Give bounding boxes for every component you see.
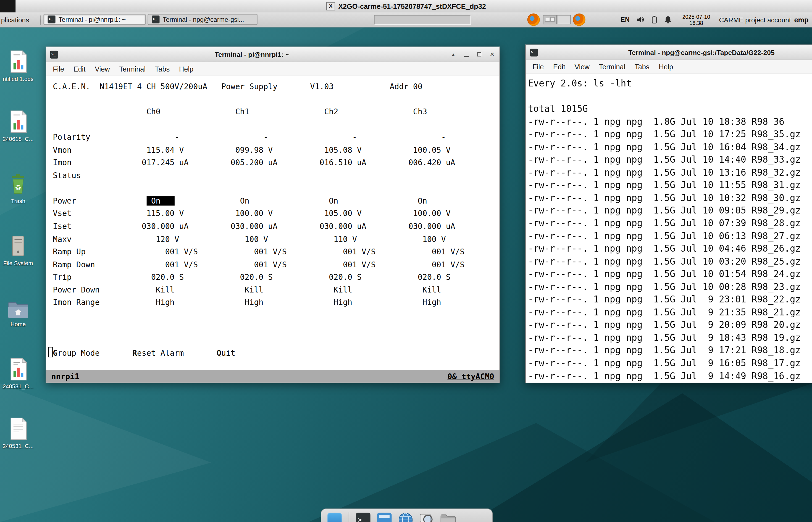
- trash-icon: ♻: [0, 171, 36, 196]
- applications-menu-button[interactable]: plications: [1, 13, 29, 27]
- dock-icon-desktop[interactable]: [326, 512, 343, 522]
- dock-icon-file-manager[interactable]: [440, 512, 456, 522]
- desktop-icon-240618[interactable]: 240618_C...: [0, 109, 36, 142]
- menu-tabs[interactable]: Tabs: [150, 65, 174, 73]
- window-buttons: ▲ ×: [450, 51, 495, 58]
- menu-file[interactable]: File: [48, 65, 69, 73]
- menu-view[interactable]: View: [570, 63, 594, 71]
- dock-icon-web-browser[interactable]: [397, 512, 414, 522]
- file-listing-line: -rw-r--r--. 1 npg npg 1.8G Jul 10 18:38 …: [528, 115, 812, 128]
- left-window-title: Terminal - pi@nnrpi1: ~: [58, 51, 446, 58]
- taskbar-button-label: Terminal - npg@carme-gsi...: [163, 16, 244, 23]
- battery-icon[interactable]: [651, 16, 657, 26]
- file-listing-line: -rw-r--r--. 1 npg npg 1.5G Jul 10 16:04 …: [528, 141, 812, 154]
- dock-icon-application-finder[interactable]: [419, 512, 435, 522]
- terminal-line: Ch0 Ch1 Ch2 Ch3: [48, 106, 499, 119]
- dock-icon-window-manager[interactable]: [376, 512, 393, 522]
- terminal-line: [48, 309, 499, 322]
- desktop-icon-240531-b[interactable]: 240531_C...: [0, 416, 36, 449]
- watch-terminal-screen[interactable]: Every 2.0s: ls -lht total 1015G -rw-r--r…: [526, 74, 812, 383]
- workspace-pane-1[interactable]: [543, 15, 557, 24]
- right-window-titlebar[interactable]: >_ Terminal - npg@carme-gsi:/TapeData/G2…: [526, 45, 812, 60]
- desktop-icon-label: Home: [0, 321, 36, 327]
- maximize-button[interactable]: [476, 51, 482, 58]
- desktop-icon-untitled-ods[interactable]: ntitled 1.ods: [0, 48, 36, 82]
- terminal-line: C.A.E.N. N1419ET 4 CH 500V/200uA Power S…: [48, 80, 499, 93]
- file-listing-line: -rw-r--r--. 1 npg npg 1.5G Jul 10 09:05 …: [528, 204, 812, 217]
- shade-button[interactable]: ▲: [450, 51, 456, 58]
- hotkey-reset-alarm[interactable]: R: [132, 349, 137, 358]
- menu-edit[interactable]: Edit: [549, 63, 570, 71]
- file-listing: -rw-r--r--. 1 npg npg 1.8G Jul 10 18:38 …: [528, 115, 812, 382]
- psu-terminal-screen[interactable]: C.A.E.N. N1419ET 4 CH 500V/200uA Power S…: [46, 76, 499, 370]
- applications-menu-label: plications: [1, 16, 29, 23]
- desktop-icon-home[interactable]: Home: [0, 294, 36, 327]
- menu-terminal[interactable]: Terminal: [114, 65, 150, 73]
- terminal-line: Vmon 115.04 V 099.98 V 105.08 V 100.05 V: [48, 144, 499, 157]
- home-folder-icon: [0, 294, 36, 319]
- hotkey-group-mode[interactable]: G: [53, 349, 57, 358]
- taskbar-button-label: Terminal - pi@nnrpi1: ~: [59, 16, 126, 23]
- file-listing-line: -rw-r--r--. 1 npg npg 1.5G Jul 9 21:35 R…: [528, 306, 812, 319]
- menu-file[interactable]: File: [528, 63, 549, 71]
- file-listing-line: -rw-r--r--. 1 npg npg 1.5G Jul 10 17:25 …: [528, 128, 812, 141]
- menu-help[interactable]: Help: [654, 63, 678, 71]
- taskbar-button-terminal-pi[interactable]: >_ Terminal - pi@nnrpi1: ~: [44, 14, 145, 25]
- clock-date: 2025-07-10: [678, 14, 715, 20]
- firefox-icon[interactable]: [573, 14, 586, 26]
- file-listing-line: -rw-r--r--. 1 npg npg 1.5G Jul 10 13:16 …: [528, 166, 812, 179]
- desktop-icon-label: 240531_C...: [0, 383, 36, 390]
- psu-power-line: Power On On On On: [48, 195, 499, 207]
- terminal-icon: >_: [530, 48, 538, 56]
- terminal-line: [48, 93, 499, 106]
- drive-icon: [0, 233, 36, 258]
- menu-edit[interactable]: Edit: [69, 65, 90, 73]
- terminal-line: Iset 030.000 uA 030.000 uA 030.000 uA 03…: [48, 220, 499, 233]
- power-on-highlight: On: [146, 196, 175, 205]
- file-listing-line: -rw-r--r--. 1 npg npg 1.5G Jul 9 14:49 R…: [528, 369, 812, 382]
- desktop-icon-label: File System: [0, 260, 36, 266]
- keyboard-layout-indicator[interactable]: EN: [620, 13, 630, 27]
- hotkey-quit[interactable]: Q: [217, 349, 221, 358]
- psu-status-bar: nnrpi1 0& ttyACM0: [46, 370, 499, 383]
- notifications-bell-icon[interactable]: [664, 16, 672, 26]
- taskbar-button-terminal-npg[interactable]: >_ Terminal - npg@carme-gsi...: [147, 14, 257, 25]
- file-listing-line: -rw-r--r--. 1 npg npg 1.5G Jul 9 20:09 R…: [528, 319, 812, 332]
- taskbar-separator: [40, 15, 41, 25]
- file-listing-line: -rw-r--r--. 1 npg npg 1.5G Jul 10 11:55 …: [528, 179, 812, 192]
- menu-tabs[interactable]: Tabs: [630, 63, 654, 71]
- dock-separator: [349, 512, 349, 522]
- terminal-icon: >_: [50, 51, 58, 58]
- terminal-line: Ramp Down 001 V/S 001 V/S 001 V/S 001 V/…: [48, 258, 499, 271]
- firefox-icon[interactable]: [528, 14, 540, 26]
- close-button[interactable]: ×: [489, 51, 495, 58]
- file-listing-line: -rw-r--r--. 1 npg npg 1.5G Jul 10 10:32 …: [528, 192, 812, 204]
- x2go-window-titlebar[interactable]: X X2GO-carme-51-1752078747_stDXFCE_dp32: [0, 0, 812, 13]
- right-window-title: Terminal - npg@carme-gsi:/TapeData/G22-2…: [538, 48, 812, 56]
- left-window-titlebar[interactable]: >_ Terminal - pi@nnrpi1: ~ ▲ ×: [46, 47, 499, 62]
- edge-partial-text: emp: [794, 13, 808, 27]
- taskbar-empty-tray-area: [374, 15, 471, 25]
- minimize-button[interactable]: [463, 51, 470, 58]
- desktop-icon-240531-a[interactable]: 240531_C...: [0, 356, 36, 389]
- total-line: total 1015G: [528, 102, 812, 115]
- watch-header-line: Every 2.0s: ls -lht: [528, 77, 812, 90]
- terminal-line: Vset 115.00 V 100.00 V 105.00 V 100.00 V: [48, 207, 499, 220]
- file-listing-line: -rw-r--r--. 1 npg npg 1.5G Jul 10 04:46 …: [528, 242, 812, 255]
- dock-icon-terminal[interactable]: >_: [355, 512, 371, 522]
- menu-view[interactable]: View: [90, 65, 114, 73]
- workspace-pane-2[interactable]: [557, 15, 571, 24]
- account-label: CARME project account: [719, 13, 791, 27]
- menu-help[interactable]: Help: [174, 65, 198, 73]
- clock-time: 18:38: [678, 20, 715, 26]
- volume-icon[interactable]: [636, 16, 645, 26]
- panel-clock[interactable]: 2025-07-10 18:38: [678, 14, 715, 26]
- desktop-icon-trash[interactable]: ♻ Trash: [0, 171, 36, 204]
- file-listing-line: -rw-r--r--. 1 npg npg 1.5G Jul 9 23:01 R…: [528, 293, 812, 306]
- workspace-switcher[interactable]: [543, 15, 571, 24]
- desktop-icon-file-system[interactable]: File System: [0, 233, 36, 266]
- desktop-icon-label: Trash: [0, 198, 36, 204]
- menu-terminal[interactable]: Terminal: [594, 63, 630, 71]
- window-terminal-npg-carme: >_ Terminal - npg@carme-gsi:/TapeData/G2…: [525, 44, 812, 383]
- terminal-icon: >_: [48, 16, 56, 23]
